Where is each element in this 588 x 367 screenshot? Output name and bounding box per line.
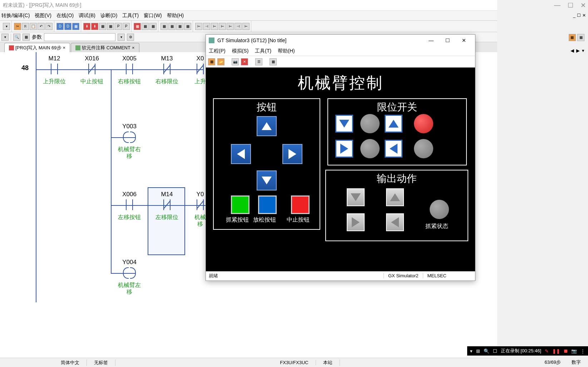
redo-icon[interactable]: ↷ — [45, 23, 53, 30]
rec-handle-icon[interactable]: ▾ — [470, 348, 473, 354]
next-tab-icon[interactable]: ▶ — [576, 48, 580, 53]
gt-titlebar[interactable]: GT Simulator3 (GT12) [No title] — ☐ ✕ — [206, 35, 475, 46]
gt-menubar[interactable]: 工程(P) 模拟(S) 工具(T) 帮助(H) — [206, 46, 475, 56]
menu-view[interactable]: 视图(V) — [35, 13, 51, 19]
toolbar-icon[interactable]: ▦ — [569, 34, 576, 41]
close-icon[interactable]: × — [132, 45, 135, 50]
sim-icon[interactable]: ▦ — [184, 23, 191, 30]
convert-icon[interactable]: ⬇ — [83, 23, 90, 30]
toolbar-icon[interactable]: ▦ — [577, 34, 584, 41]
coil-y003[interactable]: Y003 机械臂右 移 — [118, 123, 141, 159]
params-icon[interactable]: P — [123, 23, 130, 30]
rec-zoom-icon[interactable]: 🔍 — [484, 348, 489, 354]
convert-icon[interactable]: ⬇ — [91, 23, 98, 30]
gt-menu-project[interactable]: 工程(P) — [209, 48, 226, 54]
rec-settings-icon[interactable]: ⊞ — [476, 348, 480, 354]
contact-y0[interactable]: Y0 机械 移 — [193, 191, 207, 227]
recording-bar[interactable]: ▾ ⊞ 🔍 ☐ 正在录制 [00:25:46] ✎ ❚❚ ■ 📷 ⋮ — [467, 346, 588, 356]
rec-window-icon[interactable]: ☐ — [493, 348, 497, 354]
gt-minimize-button[interactable]: — — [423, 35, 439, 46]
hmi-screen[interactable]: 机械臂控制 按钮 抓紧按钮 放松按钮 中止按钮 限位开关 — [206, 68, 475, 271]
gt-open-icon[interactable]: 📂 — [217, 58, 224, 65]
copy-icon[interactable]: ⎘ — [22, 23, 29, 30]
hmi-grip-button[interactable] — [231, 195, 249, 214]
contact-m13[interactable]: M13 右移限位 — [155, 55, 178, 85]
hmi-right-button[interactable] — [282, 144, 302, 164]
gt-list-icon[interactable]: ☰ — [255, 58, 262, 65]
ladder-icon[interactable]: ⊢ — [242, 23, 249, 30]
sim-icon[interactable]: ▦ — [160, 23, 168, 30]
mdi-minimize-icon[interactable]: _ — [573, 13, 575, 18]
minimize-icon[interactable]: — — [554, 1, 560, 9]
paste-icon[interactable]: 📋 — [30, 23, 37, 30]
rec-stop-icon[interactable]: ■ — [564, 347, 568, 355]
contact-x006[interactable]: X006 左移按钮 — [118, 191, 141, 220]
mdi-close-icon[interactable]: ✕ — [582, 13, 586, 18]
menu-online[interactable]: 在线(O) — [56, 13, 74, 19]
tab-list-icon[interactable]: ▾ — [582, 48, 584, 53]
contact-m12[interactable]: M12 上升限位 — [43, 55, 66, 85]
tab-comment[interactable]: 软元件注释 COMMENT × — [71, 43, 139, 52]
hmi-left-button[interactable] — [231, 144, 251, 164]
toolbar-icon[interactable]: ▾ — [1, 34, 9, 41]
contact-x005[interactable]: X005 右移按钮 — [118, 55, 141, 85]
go-icon[interactable]: ▾ — [118, 34, 125, 41]
gt-snap-icon[interactable]: 📷 — [232, 58, 239, 65]
dev-icon[interactable]: D — [56, 23, 64, 30]
tree-icon[interactable]: ▦ — [23, 34, 30, 41]
hmi-release-button[interactable] — [258, 195, 277, 214]
gt-simulator-window[interactable]: GT Simulator3 (GT12) [No title] — ☐ ✕ 工程… — [206, 34, 475, 281]
hmi-stop-button[interactable] — [291, 195, 310, 214]
convert-icon[interactable]: ▦ — [107, 23, 114, 30]
contact-x016[interactable]: X016 中止按钮 — [80, 55, 103, 85]
close-icon[interactable]: ✕ — [580, 1, 586, 9]
menu-debug[interactable]: 调试(B) — [79, 13, 95, 19]
dev-icon[interactable]: D — [64, 23, 71, 30]
ladder-icon[interactable]: ⊢ — [227, 23, 234, 30]
search-icon[interactable]: 🔍 — [13, 34, 20, 41]
monitor-icon[interactable]: ▦ — [142, 23, 149, 30]
main-menubar[interactable]: 转换/编译(C) 视图(V) 在线(O) 调试(B) 诊断(D) 工具(T) 窗… — [0, 11, 497, 21]
gt-menu-help[interactable]: 帮助(H) — [278, 48, 295, 54]
gt-menu-sim[interactable]: 模拟(S) — [232, 48, 249, 54]
contact-m14[interactable]: M14 左移限位 — [155, 191, 178, 220]
mdi-maximize-icon[interactable]: ☐ — [577, 13, 581, 18]
hmi-down-button[interactable] — [257, 170, 277, 190]
limit-up-indicator[interactable] — [385, 115, 402, 133]
cut-icon[interactable]: ✂ — [14, 23, 21, 30]
close-icon[interactable]: × — [63, 45, 66, 50]
monitor-icon[interactable]: ▦ — [149, 23, 157, 30]
menu-window[interactable]: 窗口(W) — [144, 13, 162, 19]
prev-tab-icon[interactable]: ◀ — [570, 48, 574, 53]
ladder-icon[interactable]: ⊣ — [234, 23, 242, 30]
menu-diagnose[interactable]: 诊断(D) — [100, 13, 117, 19]
gt-props-icon[interactable]: ▦ — [270, 58, 277, 65]
ladder-icon[interactable]: ⊢ — [211, 23, 218, 30]
ladder-icon[interactable]: ⊣ — [203, 23, 210, 30]
gt-menu-tools[interactable]: 工具(T) — [255, 48, 271, 54]
go-icon[interactable]: ⚙ — [127, 34, 134, 41]
limit-right-indicator[interactable] — [335, 140, 353, 158]
rec-menu-icon[interactable]: ⋮ — [580, 348, 585, 354]
rec-edit-icon[interactable]: ✎ — [545, 348, 549, 354]
rec-pause-icon[interactable]: ❚❚ — [552, 348, 560, 354]
coil-y004[interactable]: Y004 机械臂左 移 — [118, 259, 141, 295]
undo-icon[interactable]: ↶ — [38, 23, 45, 30]
rec-camera-icon[interactable]: 📷 — [571, 348, 577, 354]
menu-help[interactable]: 帮助(H) — [167, 13, 184, 19]
contact-x0[interactable]: X0 上升 — [193, 55, 207, 85]
ladder-icon[interactable]: ⊢ — [219, 23, 226, 30]
ladder-icon[interactable]: ⊢ — [195, 23, 202, 30]
gt-new-icon[interactable]: ▦ — [208, 58, 215, 65]
maximize-icon[interactable]: ☐ — [568, 1, 573, 9]
gt-stop-icon[interactable]: ✕ — [241, 58, 248, 65]
gt-maximize-button[interactable]: ☐ — [439, 35, 456, 46]
gt-close-button[interactable]: ✕ — [456, 35, 472, 46]
convert-icon[interactable]: ▦ — [99, 23, 106, 30]
sim-icon[interactable]: ▦ — [176, 23, 183, 30]
tab-prg-main[interactable]: [PRG]写入 MAIN 69步 × — [4, 43, 70, 52]
limit-left-indicator[interactable] — [385, 140, 402, 158]
menu-convert[interactable]: 转换/编译(C) — [1, 13, 30, 19]
params-icon[interactable]: P — [115, 23, 122, 30]
monitor-icon[interactable]: ▦ — [134, 23, 141, 30]
